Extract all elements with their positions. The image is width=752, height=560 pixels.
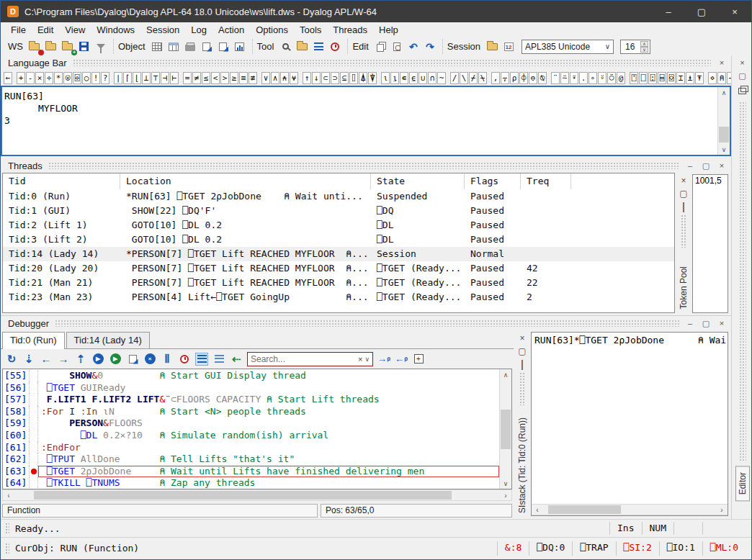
- langbar-symbol[interactable]: ~: [437, 72, 446, 84]
- dock-close-icon[interactable]: ×: [738, 58, 748, 67]
- column-header-location[interactable]: Location: [120, 173, 371, 189]
- langbar-symbol[interactable]: ,: [491, 72, 500, 84]
- menu-tools[interactable]: Tools: [294, 23, 327, 37]
- langbar-symbol[interactable]: ⍤: [598, 72, 606, 84]
- langbar-symbol[interactable]: ⍷: [409, 72, 418, 84]
- langbar-symbol[interactable]: ≠: [192, 72, 201, 84]
- column-header-flags[interactable]: Flags: [465, 173, 521, 189]
- langbar-symbol[interactable]: ×: [35, 72, 44, 84]
- breakpoint-gutter[interactable]: [29, 394, 38, 406]
- langbar-symbol[interactable]: ⌶: [676, 72, 685, 84]
- langbar-symbol[interactable]: ⍒: [368, 72, 377, 84]
- edit-function-icon[interactable]: [126, 353, 139, 366]
- array-editor-icon[interactable]: [167, 40, 180, 53]
- tab-tid-0[interactable]: Tid:0 (Run): [2, 332, 65, 349]
- scroll-right-icon[interactable]: ›: [500, 492, 511, 500]
- code-line[interactable]: [55] SHOW&0 ⍝ Start GUI Display thread: [3, 370, 499, 382]
- langbar-symbol[interactable]: ⍀: [478, 72, 487, 84]
- stop-flags-icon[interactable]: [212, 353, 225, 366]
- column-header-tid[interactable]: Tid: [3, 173, 120, 189]
- array-grid-icon[interactable]: [151, 40, 164, 53]
- undo-icon[interactable]: ↶: [407, 40, 420, 53]
- langbar-symbol[interactable]: ⍋: [359, 72, 367, 84]
- scroll-left-icon[interactable]: ‹: [532, 506, 543, 514]
- session-window[interactable]: RUN[63] MYFLOOR3 ∧ ∨: [1, 86, 731, 156]
- line-numbers-icon[interactable]: 12: [502, 40, 515, 53]
- code-line[interactable]: [58]:For I :In ⍳N ⍝ Start <N> people thr…: [3, 406, 499, 418]
- breakpoint-gutter[interactable]: [29, 466, 38, 478]
- scroll-thumb[interactable]: [501, 410, 511, 449]
- langbar-symbol[interactable]: ⌷: [349, 72, 358, 84]
- code-text[interactable]: :EndFor: [38, 442, 499, 454]
- threads-clock-icon[interactable]: [328, 40, 341, 53]
- code-line[interactable]: [56] ⎕TGET GUIReady: [3, 382, 499, 394]
- pause-icon[interactable]: Ⅱ: [161, 353, 174, 366]
- langbar-symbol[interactable]: ≥: [230, 72, 238, 84]
- langbar-symbol[interactable]: *: [54, 72, 63, 84]
- thread-row[interactable]: Tid:2 (Lift 1) GOTO[10] ⎕DL 0.2⎕DLPaused: [3, 218, 674, 232]
- print-icon[interactable]: [184, 40, 197, 53]
- tokenpool-maximize-icon[interactable]: ▢: [679, 189, 689, 199]
- search-tool-icon[interactable]: [279, 40, 292, 53]
- code-line[interactable]: [63] ⎕TGET 2⍴JobDone ⍝ Wait until Lifts …: [3, 466, 499, 478]
- langbar-symbol[interactable]: =: [183, 72, 192, 84]
- code-line[interactable]: [59] PERSON&FLOORS: [3, 417, 499, 430]
- threads-maximize-icon[interactable]: ▢: [701, 161, 711, 171]
- step-out-icon[interactable]: ⇡: [74, 353, 87, 366]
- langbar-symbol[interactable]: ⍎: [686, 72, 694, 84]
- debugger-maximize-icon[interactable]: ▢: [701, 319, 711, 328]
- langbar-symbol[interactable]: ⍲: [280, 72, 289, 84]
- thread-row[interactable]: Tid:1 (GUI) SHOW[22] ⎕DQ'F'⎕DQPaused: [3, 204, 674, 218]
- langbar-symbol[interactable]: +: [17, 72, 25, 84]
- langbar-symbol[interactable]: ⋄: [708, 72, 717, 84]
- tokenpool-close-icon[interactable]: ×: [679, 176, 689, 186]
- breakpoint-gutter[interactable]: [29, 453, 38, 466]
- langbar-symbol[interactable]: ∨: [261, 72, 270, 84]
- code-text[interactable]: F.LIFT1 F.LIFT2 LIFT&¨⊂FLOORS CAPACITY ⍝…: [38, 394, 499, 406]
- langbar-symbol[interactable]: ⍸: [390, 72, 399, 84]
- langbar-symbol[interactable]: ⍴: [510, 72, 519, 84]
- language-bar-close-icon[interactable]: ×: [717, 58, 727, 67]
- debugger-minimize-icon[interactable]: –: [685, 319, 695, 328]
- breakpoint-icon[interactable]: [31, 469, 37, 474]
- langbar-symbol[interactable]: ⍞: [630, 72, 638, 84]
- jump-back-icon[interactable]: ⇠: [230, 353, 243, 366]
- langbar-symbol[interactable]: ↓: [312, 72, 321, 84]
- menu-session[interactable]: Session: [140, 23, 185, 37]
- tab-editor[interactable]: Editor: [735, 466, 750, 501]
- langbar-symbol[interactable]: ⍠: [648, 72, 657, 84]
- langbar-symbol[interactable]: >: [220, 72, 229, 84]
- token-pool-list[interactable]: 1001,5: [692, 174, 728, 313]
- redo-icon[interactable]: ↷: [424, 40, 437, 53]
- breakpoint-gutter[interactable]: [29, 477, 38, 489]
- langbar-symbol[interactable]: ⊥: [142, 72, 151, 84]
- search-input[interactable]: [251, 354, 356, 364]
- langbar-symbol[interactable]: ⍣: [570, 72, 578, 84]
- search-dropdown-icon[interactable]: ∨: [364, 356, 370, 363]
- code-text[interactable]: :For I :In ⍳N ⍝ Start <N> people threads: [38, 406, 499, 418]
- langbar-symbol[interactable]: ⍨: [560, 72, 569, 84]
- breakpoint-gutter[interactable]: [29, 382, 38, 394]
- font-select[interactable]: APL385 Unicode ∨: [522, 40, 614, 54]
- resume-all-icon[interactable]: ▶: [109, 353, 122, 366]
- explorer-icon[interactable]: [295, 40, 308, 53]
- dock-maximize-icon[interactable]: ▢: [738, 71, 748, 81]
- langbar-symbol[interactable]: |: [114, 72, 122, 84]
- debugger-code-area[interactable]: [55] SHOW&0 ⍝ Start GUI Display thread[5…: [2, 369, 512, 489]
- sistack-line[interactable]: RUN[63]*⎕TGET 2⍴JobDone ⍝ Wai: [532, 333, 728, 504]
- code-vscrollbar[interactable]: ∧ ∨: [499, 369, 511, 489]
- scroll-left-icon[interactable]: ‹: [3, 492, 14, 500]
- scroll-up-icon[interactable]: ∧: [503, 369, 509, 380]
- langbar-symbol[interactable]: ⍳: [381, 72, 390, 84]
- column-header-state[interactable]: State: [371, 173, 465, 189]
- langbar-symbol[interactable]: ↑: [303, 72, 311, 84]
- threads-close-icon[interactable]: ×: [717, 161, 727, 170]
- langbar-symbol[interactable]: ⌹: [73, 72, 81, 84]
- scroll-right-icon[interactable]: ›: [716, 506, 728, 514]
- code-text[interactable]: ⎕DL 0.2×?10 ⍝ Simulate random(ish) arriv…: [38, 430, 499, 442]
- menu-options[interactable]: Options: [250, 23, 294, 37]
- scroll-down-icon[interactable]: ∨: [503, 478, 509, 489]
- langbar-symbol[interactable]: \: [460, 72, 468, 84]
- langbar-symbol[interactable]: ⌸: [658, 72, 666, 84]
- drag-handle[interactable]: [5, 523, 9, 534]
